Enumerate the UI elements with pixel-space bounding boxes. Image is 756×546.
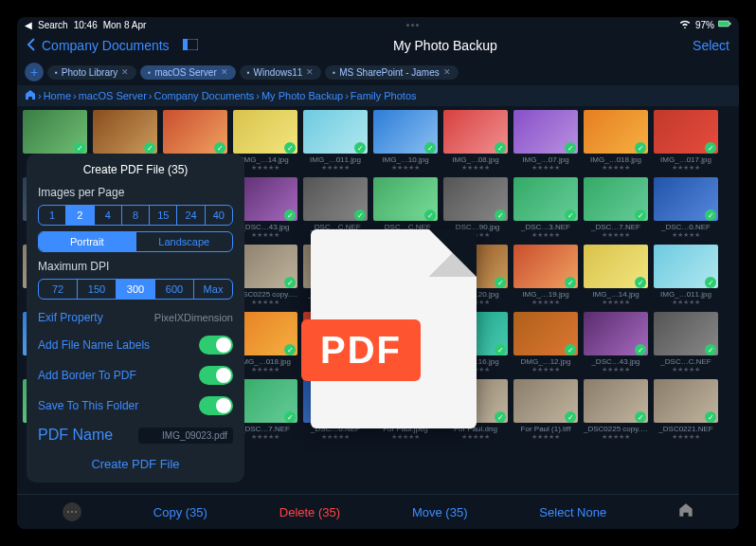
- segment-option[interactable]: 4: [95, 206, 122, 225]
- images-per-page-label: Images per Page: [38, 186, 233, 199]
- rating-stars: ★★★★★: [303, 433, 368, 441]
- segment-option[interactable]: 150: [78, 280, 117, 299]
- wifi-icon: [678, 17, 692, 32]
- segment-option[interactable]: 15: [150, 206, 177, 225]
- breadcrumb-item[interactable]: Home: [44, 90, 71, 101]
- close-icon[interactable]: ✕: [121, 67, 129, 77]
- checkmark-icon: ✓: [705, 344, 716, 355]
- close-icon[interactable]: ✕: [221, 67, 228, 77]
- thumbnail-item[interactable]: ✓IMG_…19.jpg★★★★★: [513, 245, 578, 306]
- segment-option[interactable]: Max: [194, 280, 232, 299]
- pdf-name-input[interactable]: [138, 428, 233, 444]
- delete-button[interactable]: Delete (35): [279, 505, 340, 519]
- thumbnail-item[interactable]: ✓IMG_…011.jpg★★★★★: [654, 245, 718, 306]
- status-date: Mon 8 Apr: [103, 20, 147, 30]
- chevron-left-icon: [27, 38, 36, 54]
- home-icon[interactable]: [25, 89, 36, 102]
- rating-stars: ★★★★★: [303, 164, 368, 172]
- move-button[interactable]: Move (35): [412, 505, 468, 519]
- sidebar-toggle-icon[interactable]: [183, 38, 198, 53]
- tab-label: Windows11: [254, 67, 303, 78]
- segment-option[interactable]: 600: [155, 280, 194, 299]
- add-labels-toggle[interactable]: [199, 336, 233, 355]
- segment-option[interactable]: 8: [122, 206, 150, 225]
- chevron-right-icon: ›: [256, 90, 260, 101]
- checkmark-icon: ✓: [495, 209, 506, 221]
- thumbnail-label: _DSC…0.NEF: [654, 223, 718, 231]
- close-icon[interactable]: ✕: [443, 67, 451, 77]
- svg-rect-1: [729, 23, 730, 25]
- thumbnail-label: _DSC0225 copy.NEF: [584, 425, 648, 433]
- status-back-icon: ◀: [25, 20, 32, 30]
- thumbnail-item[interactable]: ✓IMG_…07.jpg★★★★★: [513, 110, 578, 172]
- max-dpi-label: Maximum DPI: [38, 260, 233, 273]
- images-per-page-segment[interactable]: 1248152440: [38, 205, 233, 226]
- thumbnail-item[interactable]: ✓_DSC…0.NEF★★★★★: [654, 177, 718, 239]
- thumbnail-item[interactable]: ✓_DSC…C.NEF★★★★★: [654, 312, 718, 373]
- svg-rect-0: [718, 21, 729, 27]
- checkmark-icon: ✓: [705, 411, 716, 423]
- tab-0[interactable]: ▪Photo Library✕: [47, 65, 136, 80]
- thumbnail-item[interactable]: ✓DMG_…12.jpg★★★★★: [513, 312, 578, 373]
- breadcrumb-item[interactable]: Company Documents: [154, 90, 255, 101]
- add-tab-button[interactable]: +: [25, 63, 44, 82]
- thumbnail-item[interactable]: ✓IMG_…10.jpg★★★★★: [373, 110, 438, 172]
- checkmark-icon: ✓: [705, 142, 716, 154]
- checkmark-icon: ✓: [635, 411, 646, 423]
- checkmark-icon: ✓: [284, 277, 296, 288]
- chevron-right-icon: ›: [149, 90, 153, 101]
- select-none-button[interactable]: Select None: [539, 505, 606, 519]
- tab-icon: ▪: [55, 68, 58, 77]
- thumbnail-item[interactable]: ✓_DSC…7.NEF★★★★★: [584, 177, 648, 239]
- thumbnail-item[interactable]: ✓_DSC…43.jpg★★★★★: [584, 312, 648, 373]
- thumbnail-item[interactable]: ✓_DSC…3.NEF★★★★★: [513, 177, 578, 239]
- breadcrumb-item[interactable]: My Photo Backup: [261, 90, 343, 101]
- tab-2[interactable]: ▪Windows11✕: [240, 65, 322, 80]
- thumbnail-item[interactable]: ✓_DSC0221.NEF★★★★★: [654, 379, 718, 441]
- checkmark-icon: ✓: [635, 209, 646, 221]
- select-button[interactable]: Select: [693, 38, 729, 53]
- checkmark-icon: ✓: [144, 142, 155, 154]
- segment-option[interactable]: 1: [39, 206, 66, 225]
- create-pdf-button[interactable]: Create PDF File: [38, 449, 233, 473]
- more-button[interactable]: ⋯: [63, 502, 81, 521]
- segment-option[interactable]: 40: [206, 206, 232, 225]
- checkmark-icon: ✓: [705, 209, 716, 221]
- thumbnail-item[interactable]: ✓_DSC0225 copy.NEF★★★★★: [584, 379, 648, 441]
- status-time: 10:46: [74, 20, 98, 30]
- checkmark-icon: ✓: [565, 277, 576, 288]
- home-button-icon[interactable]: [678, 502, 693, 521]
- thumbnail-item[interactable]: ✓IMG_…14.jpg★★★★★: [584, 245, 648, 306]
- tab-3[interactable]: ▪MS SharePoint - James✕: [325, 65, 458, 80]
- thumbnail-item[interactable]: ✓IMG_…018.jpg★★★★★: [584, 110, 648, 172]
- segment-option[interactable]: Portrait: [39, 232, 136, 251]
- breadcrumb-item[interactable]: Family Photos: [351, 90, 417, 101]
- thumbnail-item[interactable]: ✓IMG_…08.jpg★★★★★: [443, 110, 508, 172]
- thumbnail-item[interactable]: ✓IMG_…011.jpg★★★★★: [303, 110, 368, 172]
- close-icon[interactable]: ✕: [306, 67, 314, 77]
- orientation-segment[interactable]: PortraitLandscape: [38, 231, 233, 252]
- thumbnail-item[interactable]: ✓For Paul (1).tiff★★★★★: [513, 379, 578, 441]
- segment-option[interactable]: Landscape: [136, 232, 233, 251]
- thumbnail-label: IMG_…19.jpg: [513, 290, 578, 299]
- multitask-pill[interactable]: [406, 24, 419, 27]
- breadcrumb: ›Home›macOS Server›Company Documents›My …: [17, 85, 739, 106]
- tab-1[interactable]: ▪macOS Server✕: [140, 65, 235, 80]
- segment-option[interactable]: 300: [117, 280, 155, 299]
- thumbnail-item[interactable]: ✓IMG_…017.jpg★★★★★: [654, 110, 718, 172]
- segment-option[interactable]: 72: [39, 280, 78, 299]
- exif-label: Exif Property: [38, 311, 103, 324]
- add-border-toggle[interactable]: [199, 366, 233, 385]
- breadcrumb-item[interactable]: macOS Server: [79, 90, 147, 101]
- segment-option[interactable]: 24: [177, 206, 205, 225]
- thumbnail-label: IMG_…018.jpg: [584, 155, 648, 164]
- copy-button[interactable]: Copy (35): [153, 505, 207, 519]
- dpi-segment[interactable]: 72150300600Max: [38, 279, 233, 300]
- nav-back-button[interactable]: Company Documents: [27, 38, 198, 54]
- save-folder-toggle[interactable]: [199, 396, 233, 415]
- segment-option[interactable]: 2: [66, 206, 94, 225]
- rating-stars: ★★★★★: [654, 299, 718, 306]
- exif-property-row[interactable]: Exif Property PixelXDimension: [38, 305, 233, 330]
- checkmark-icon: ✓: [705, 277, 716, 288]
- checkmark-icon: ✓: [495, 142, 506, 154]
